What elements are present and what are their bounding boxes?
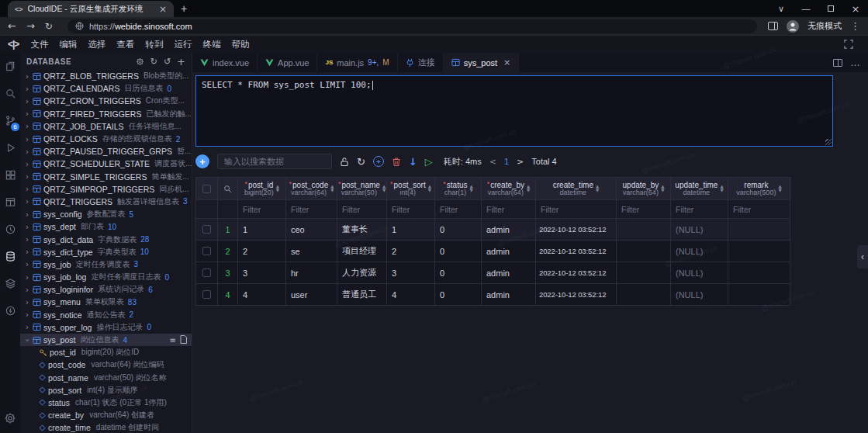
column-header-status[interactable]: *statuschar(1)▲▼ (435, 178, 482, 200)
tree-item-sys_dict_data[interactable]: ›sys_dict_data字典数据表28 (20, 233, 192, 245)
filter-input-create_by[interactable]: Filter (482, 200, 536, 219)
sort-icon[interactable]: ▲▼ (720, 185, 723, 192)
field-item-post_sort[interactable]: post_sortint(4) 显示顺序 (20, 384, 192, 397)
tree-item-sys_notice[interactable]: ›sys_notice通知公告表2 (20, 309, 192, 321)
tree-item-qrtz_simprop_triggers[interactable]: ›QRTZ_SIMPROP_TRIGGERS同步机... (20, 183, 192, 196)
column-header-remark[interactable]: remarkvarchar(500)▲▼ (728, 178, 790, 200)
address-bar[interactable]: https://webide.sinosoft.com (67, 19, 757, 33)
select-all-checkbox[interactable] (202, 185, 211, 193)
db-refresh-icon[interactable]: ↻ (150, 57, 157, 67)
filter-input-remark[interactable]: Filter (728, 200, 790, 219)
filter-input-post_code[interactable]: Filter (286, 200, 337, 219)
close-tab-icon[interactable]: × (503, 57, 510, 68)
editor-tab--[interactable]: 连接 (398, 53, 444, 72)
settings-gear-icon[interactable] (0, 404, 20, 433)
field-item-post_id[interactable]: post_idbigint(20) 岗位ID (20, 346, 192, 359)
back-button[interactable]: ← (8, 20, 16, 32)
sort-icon[interactable]: ▲▼ (330, 185, 334, 192)
filter-input-post_id[interactable]: Filter (238, 200, 286, 219)
field-item-post_name[interactable]: post_namevarchar(50) 岗位名称 (20, 372, 192, 384)
row-checkbox[interactable] (202, 225, 211, 234)
more-actions-icon[interactable]: … (850, 57, 860, 68)
add-row-button[interactable]: + (195, 154, 209, 168)
prev-page-button[interactable]: < (489, 157, 496, 167)
column-header-create_by[interactable]: *create_byvarchar(64)▲▼ (482, 178, 536, 200)
split-editor-icon[interactable] (833, 59, 842, 67)
source-control-icon[interactable]: 6 (0, 107, 20, 134)
fullscreen-icon[interactable] (843, 39, 854, 50)
sort-icon[interactable]: ▲▼ (382, 185, 386, 192)
menu-item-8[interactable]: 帮助 (226, 39, 254, 50)
tree-item-qrtz_simple_triggers[interactable]: ›QRTZ_SIMPLE_TRIGGERS简单触发... (20, 171, 192, 183)
new-tab-button[interactable]: + (181, 2, 187, 15)
tree-item-sys_oper_log[interactable]: ›sys_oper_log操作日志记录0 (20, 321, 192, 334)
lock-icon[interactable] (340, 157, 349, 167)
next-page-button[interactable]: > (517, 157, 524, 167)
tree-item-sys_config[interactable]: ›sys_config参数配置表5 (20, 208, 192, 220)
insert-row-icon[interactable]: + (373, 156, 384, 167)
row-checkbox[interactable] (202, 247, 211, 255)
tree-item-sys_dept[interactable]: ›sys_dept部门表10 (20, 220, 192, 233)
tree-item-sys_menu[interactable]: ›sys_menu菜单权限表83 (20, 296, 192, 308)
sort-icon[interactable]: ▲▼ (527, 185, 530, 192)
field-item-create_time[interactable]: create_timedatetime 创建时间 (20, 421, 192, 433)
tab-close-icon[interactable]: × (159, 4, 167, 15)
editor-tab-main-js[interactable]: JSmain.js9+,M (317, 53, 397, 72)
search-icon[interactable] (0, 80, 20, 107)
tab-search-icon[interactable]: ∨ (769, 0, 794, 17)
tree-item-qrtz_triggers[interactable]: ›QRTZ_TRIGGERS触发器详细信息表3 (20, 196, 192, 208)
sort-icon[interactable]: ▲▼ (778, 185, 781, 192)
plugin-bolt-icon[interactable] (0, 297, 20, 324)
profile-avatar[interactable] (787, 20, 799, 33)
layers-icon[interactable] (0, 270, 20, 297)
column-header-post_sort[interactable]: *post_sortint(4)▲▼ (387, 178, 435, 200)
menu-item-4[interactable]: 查看 (111, 39, 140, 50)
row-checkbox[interactable] (202, 268, 211, 277)
filter-input-update_time[interactable]: Filter (671, 200, 728, 219)
tree-item-sys_logininfor[interactable]: ›sys_logininfor系统访问记录6 (20, 283, 192, 296)
tree-item-sys_dict_type[interactable]: ›sys_dict_type字典类型表10 (20, 246, 192, 258)
sort-icon[interactable]: ▲▼ (428, 185, 431, 192)
data-search-input[interactable] (217, 154, 332, 169)
run-sql-icon[interactable]: ▷ (425, 156, 433, 168)
filter-input-post_name[interactable]: Filter (337, 200, 387, 219)
minimize-button[interactable]: — (794, 0, 818, 17)
browser-menu-icon[interactable]: ⋮ (850, 20, 860, 32)
run-debug-icon[interactable] (0, 134, 20, 161)
menu-item-5[interactable]: 转到 (140, 39, 168, 50)
maximize-button[interactable] (818, 0, 843, 17)
current-page[interactable]: 1 (504, 157, 509, 166)
sort-icon[interactable]: ▲▼ (276, 185, 279, 192)
menu-item-6[interactable]: 运行 (168, 39, 197, 50)
tree-item-qrtz_cron_triggers[interactable]: ›QRTZ_CRON_TRIGGERSCron类型... (20, 95, 192, 107)
forward-button[interactable]: → (26, 20, 35, 32)
resize-handle[interactable] (825, 139, 832, 145)
column-header-post_code[interactable]: *post_codevarchar(64)▲▼ (286, 178, 337, 200)
database-icon[interactable] (0, 243, 20, 270)
refresh-data-icon[interactable]: ↻ (357, 156, 365, 168)
editor-tab-index-vue[interactable]: index.vue (192, 53, 258, 72)
tree-item-qrtz_scheduler_state[interactable]: ›QRTZ_SCHEDULER_STATE调度器状... (20, 158, 192, 170)
sql-editor[interactable]: SELECT * FROM sys_post LIMIT 100; (195, 75, 833, 147)
filter-input-create_time[interactable]: Filter (536, 200, 617, 219)
tree-item-qrtz_calendars[interactable]: ›QRTZ_CALENDARS日历信息表0 (20, 82, 192, 95)
row-search-header[interactable] (218, 178, 238, 200)
db-settings-icon[interactable] (136, 57, 144, 66)
reload-button[interactable]: ↻ (45, 21, 53, 32)
field-item-post_code[interactable]: post_codevarchar(64) 岗位编码 (20, 359, 192, 371)
export-icon[interactable]: ↓ (409, 156, 417, 168)
menu-item-7[interactable]: 终端 (197, 39, 226, 50)
columns-list-icon[interactable]: ≡ (170, 336, 176, 345)
column-header-post_id[interactable]: *post_idbigint(20)▲▼ (238, 178, 286, 200)
tree-item-qrtz_job_details[interactable]: ›QRTZ_JOB_DETAILS任务详细信息... (20, 120, 192, 133)
menu-item-1[interactable]: 文件 (25, 39, 54, 50)
menu-item-2[interactable]: 编辑 (54, 39, 82, 50)
close-window-button[interactable]: × (843, 0, 868, 17)
filter-input-status[interactable]: Filter (435, 200, 482, 219)
field-item-create_by[interactable]: create_byvarchar(64) 创建者 (20, 409, 192, 421)
tree-item-qrtz_blob_triggers[interactable]: ›QRTZ_BLOB_TRIGGERSBlob类型的... (20, 70, 192, 82)
preview-panel-icon[interactable] (0, 189, 20, 216)
sort-icon[interactable]: ▲▼ (661, 185, 664, 192)
sort-icon[interactable]: ▲▼ (596, 185, 599, 192)
open-file-icon[interactable] (180, 335, 187, 345)
